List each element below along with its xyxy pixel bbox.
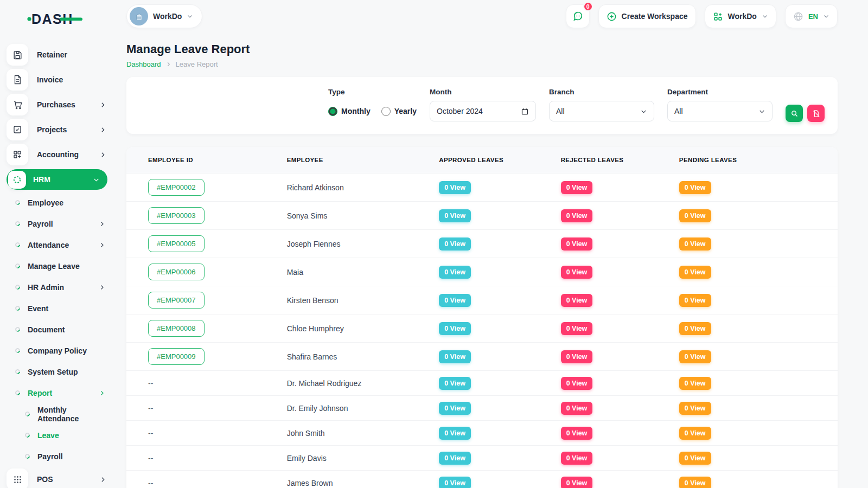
approved-view-badge[interactable]: 0 View <box>439 294 471 307</box>
rejected-view-badge[interactable]: 0 View <box>561 427 593 440</box>
employee-id[interactable]: #EMP00006 <box>148 264 205 280</box>
sidebar-item-system-setup[interactable]: System Setup <box>0 361 114 382</box>
employee-id[interactable]: #EMP00009 <box>148 348 205 365</box>
radio-monthly-input[interactable] <box>328 107 337 116</box>
sidebar-item-label: HRM <box>33 175 93 184</box>
employee-id: -- <box>148 404 153 413</box>
sidebar-subitem-label: Manage Leave <box>28 262 105 271</box>
pending-view-badge[interactable]: 0 View <box>679 181 711 194</box>
rejected-view-badge[interactable]: 0 View <box>561 350 593 363</box>
rejected-view-badge[interactable]: 0 View <box>561 377 593 390</box>
table-row: -- Dr. Emily Johnson 0 View 0 View 0 Vie… <box>126 395 838 420</box>
bullet-icon <box>14 241 21 248</box>
sidebar-item-employee[interactable]: Employee <box>0 192 114 213</box>
rejected-view-badge[interactable]: 0 View <box>561 294 593 307</box>
approved-view-badge[interactable]: 0 View <box>439 350 471 363</box>
table-row: -- Dr. Michael Rodriguez 0 View 0 View 0… <box>126 370 838 395</box>
employee-id[interactable]: #EMP00008 <box>148 320 205 337</box>
pending-view-badge[interactable]: 0 View <box>679 209 711 222</box>
employee-id: -- <box>148 479 153 487</box>
rejected-view-badge[interactable]: 0 View <box>561 402 593 415</box>
create-workspace-button[interactable]: Create Workspace <box>598 4 696 28</box>
sidebar-item-hrm[interactable]: HRM <box>7 169 107 190</box>
approved-view-badge[interactable]: 0 View <box>439 209 471 222</box>
approved-view-badge[interactable]: 0 View <box>439 237 471 251</box>
rejected-view-badge[interactable]: 0 View <box>561 452 593 465</box>
brand-logo[interactable]: DASH <box>0 5 114 33</box>
app-switcher-button[interactable]: WorkDo <box>705 4 776 28</box>
department-select[interactable]: All <box>667 101 773 121</box>
sidebar-item-event[interactable]: Event <box>0 298 114 319</box>
rejected-view-badge[interactable]: 0 View <box>561 237 593 251</box>
sidebar-item-report[interactable]: Report <box>0 382 114 403</box>
pending-view-badge[interactable]: 0 View <box>679 452 711 465</box>
sidebar-item-purchases[interactable]: Purchases <box>0 92 114 117</box>
radio-yearly-input[interactable] <box>381 107 391 116</box>
bullet-icon <box>24 453 31 460</box>
approved-view-badge[interactable]: 0 View <box>439 181 471 194</box>
sidebar-item-invoice[interactable]: Invoice <box>0 67 114 92</box>
radio-monthly-label: Monthly <box>341 107 371 115</box>
sidebar-item-projects[interactable]: Projects <box>0 117 114 142</box>
workspace-selector[interactable]: WorkDo <box>126 4 202 28</box>
rejected-view-badge[interactable]: 0 View <box>561 322 593 335</box>
pending-view-badge[interactable]: 0 View <box>679 377 711 390</box>
pending-view-badge[interactable]: 0 View <box>679 294 711 307</box>
rejected-view-badge[interactable]: 0 View <box>561 266 593 279</box>
approved-view-badge[interactable]: 0 View <box>439 266 471 279</box>
pending-view-badge[interactable]: 0 View <box>679 402 711 415</box>
rejected-view-badge[interactable]: 0 View <box>561 181 593 194</box>
radio-monthly[interactable]: Monthly <box>328 107 371 116</box>
employee-id[interactable]: #EMP00002 <box>148 179 205 196</box>
sidebar-item-retainer[interactable]: Retainer <box>0 42 114 67</box>
topbar: WorkDo 0 Create Workspace <box>126 0 838 33</box>
employee-name: Chloe Humphrey <box>287 324 439 333</box>
reset-filter-button[interactable] <box>807 105 825 122</box>
approved-view-badge[interactable]: 0 View <box>439 377 471 390</box>
radio-yearly[interactable]: Yearly <box>381 107 417 116</box>
month-input[interactable]: October 2024 <box>430 101 536 121</box>
chevron-right-icon <box>99 101 106 108</box>
employee-id[interactable]: #EMP00005 <box>148 235 205 252</box>
sidebar-item-label: POS <box>37 475 99 484</box>
sidebar-item-leave-report[interactable]: Leave <box>0 425 114 446</box>
sidebar-item-company-policy[interactable]: Company Policy <box>0 340 114 361</box>
employee-id[interactable]: #EMP00003 <box>148 207 205 224</box>
type-label: Type <box>328 88 417 96</box>
sidebar-item-manage-leave[interactable]: Manage Leave <box>0 255 114 277</box>
employee-id: -- <box>148 379 153 388</box>
sidebar-item-document[interactable]: Document <box>0 319 114 340</box>
pending-view-badge[interactable]: 0 View <box>679 350 711 363</box>
sidebar-item-pos[interactable]: POS <box>0 467 114 488</box>
pending-view-badge[interactable]: 0 View <box>679 237 711 251</box>
sidebar-item-monthly-attendance[interactable]: Monthly Attendance <box>0 403 114 425</box>
chevron-down-icon <box>187 13 193 20</box>
employee-name: Maia <box>287 268 439 277</box>
sidebar-item-accounting[interactable]: Accounting <box>0 142 114 167</box>
chevron-down-icon <box>823 13 829 20</box>
approved-view-badge[interactable]: 0 View <box>439 322 471 335</box>
language-selector[interactable]: EN <box>785 4 838 28</box>
rejected-view-badge[interactable]: 0 View <box>561 209 593 222</box>
employee-id[interactable]: #EMP00007 <box>148 292 205 309</box>
breadcrumb-dashboard-link[interactable]: Dashboard <box>126 60 161 68</box>
sidebar-item-attendance[interactable]: Attendance <box>0 234 114 255</box>
approved-view-badge[interactable]: 0 View <box>439 477 471 488</box>
messages-button[interactable]: 0 <box>566 4 590 28</box>
branch-select[interactable]: All <box>549 101 654 121</box>
department-filter: Department All <box>667 88 773 121</box>
approved-view-badge[interactable]: 0 View <box>439 452 471 465</box>
sidebar-item-payroll-report[interactable]: Payroll <box>0 446 114 467</box>
pending-view-badge[interactable]: 0 View <box>679 322 711 335</box>
rejected-view-badge[interactable]: 0 View <box>561 477 593 488</box>
search-button[interactable] <box>786 105 803 122</box>
approved-view-badge[interactable]: 0 View <box>439 402 471 415</box>
pending-view-badge[interactable]: 0 View <box>679 477 711 488</box>
pending-view-badge[interactable]: 0 View <box>679 427 711 440</box>
sidebar-item-payroll[interactable]: Payroll <box>0 213 114 234</box>
sidebar-item-hr-admin[interactable]: HR Admin <box>0 277 114 298</box>
column-rejected-leaves: REJECTED LEAVES <box>561 157 679 163</box>
approved-view-badge[interactable]: 0 View <box>439 427 471 440</box>
pending-view-badge[interactable]: 0 View <box>679 266 711 279</box>
table-row: #EMP00005 Joseph Fiennes 0 View 0 View 0… <box>126 229 838 258</box>
